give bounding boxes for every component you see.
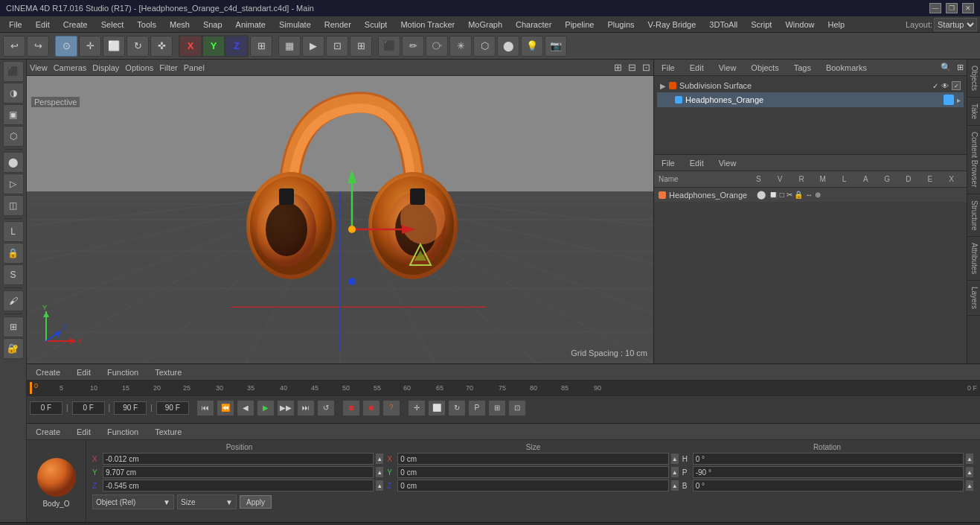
tl-tab-function[interactable]: Function: [101, 366, 144, 378]
menu-3dtoall[interactable]: 3DToAll: [703, 19, 743, 31]
end-frame-input[interactable]: [114, 401, 147, 415]
tl-record[interactable]: ⏺: [362, 400, 380, 416]
size-x-spin[interactable]: ▲: [670, 453, 679, 465]
tl-autokey[interactable]: ?: [382, 400, 400, 416]
render-to-po-button[interactable]: ⊡: [326, 36, 348, 57]
tl-expand[interactable]: ⊡: [508, 400, 526, 416]
sidebar-mode-0[interactable]: ⬛: [3, 61, 24, 82]
obj-search[interactable]: 🔍: [941, 63, 951, 72]
size-z-spin[interactable]: ▲: [670, 480, 679, 491]
sidebar-poly-mode[interactable]: ◫: [3, 195, 24, 216]
menu-file[interactable]: File: [3, 19, 28, 31]
rot-p-spin[interactable]: ▲: [965, 466, 974, 478]
tl-next-frame[interactable]: ▶▶: [277, 400, 295, 416]
size-mode-dropdown[interactable]: Size ▼: [177, 494, 237, 509]
current-frame-input[interactable]: [30, 401, 63, 415]
render-settings-button[interactable]: ⊞: [350, 36, 372, 57]
tl-prev-frame[interactable]: ◀: [237, 400, 254, 416]
rot-b-input[interactable]: [693, 480, 964, 491]
sidebar-s-btn[interactable]: S: [3, 264, 24, 285]
spline-tool[interactable]: ✏: [402, 36, 424, 57]
vp-expand[interactable]: ⊞: [614, 62, 622, 73]
rtab-content[interactable]: Content Browser: [967, 126, 980, 194]
obj-tab-bookmarks[interactable]: Bookmarks: [822, 62, 871, 74]
y-axis-button[interactable]: Y: [202, 36, 225, 57]
array-tool[interactable]: ✳: [449, 36, 472, 57]
x-axis-button[interactable]: X: [179, 36, 202, 57]
move-tool[interactable]: ✛: [79, 36, 101, 57]
obj-expand-all[interactable]: ⊞: [957, 63, 964, 72]
transform-tool[interactable]: ✜: [150, 36, 173, 57]
prop-tab-function[interactable]: Function: [101, 426, 144, 438]
rot-p-input[interactable]: [693, 466, 964, 478]
layout-select[interactable]: Startup: [934, 18, 977, 31]
tl-play[interactable]: ▶: [257, 400, 275, 416]
subdiv-enable[interactable]: ✓: [952, 81, 961, 90]
menu-create[interactable]: Create: [57, 19, 94, 31]
apply-button[interactable]: Apply: [240, 495, 272, 509]
obj-tab-tags[interactable]: Tags: [790, 62, 816, 74]
environment-tool[interactable]: ⬤: [497, 36, 519, 57]
attr-row-hp[interactable]: Headphones_Orange ⬤ 🔲 □ ✂ 🔒 ↔ ⊕: [654, 188, 967, 202]
menu-edit[interactable]: Edit: [30, 19, 56, 31]
menu-character[interactable]: Character: [510, 19, 557, 31]
rotate-tool[interactable]: ↻: [126, 36, 149, 57]
menu-window[interactable]: Window: [779, 19, 820, 31]
world-axis-button[interactable]: ⊞: [250, 36, 272, 57]
size-y-spin[interactable]: ▲: [670, 466, 679, 478]
pos-z-spin[interactable]: ▲: [375, 480, 384, 491]
light-btn[interactable]: 💡: [521, 36, 543, 57]
tl-goto-start[interactable]: ⏮: [196, 400, 214, 416]
vp-tab-view[interactable]: View: [30, 63, 48, 72]
menu-vray[interactable]: V-Ray Bridge: [642, 19, 702, 31]
sidebar-mode-3[interactable]: ⬡: [3, 126, 24, 147]
menu-mesh[interactable]: Mesh: [164, 19, 196, 31]
sidebar-lock[interactable]: 🔒: [3, 243, 24, 264]
render-view-button[interactable]: ▶: [302, 36, 324, 57]
close-button[interactable]: ✕: [962, 3, 974, 13]
size-x-input[interactable]: [397, 453, 668, 465]
rot-h-input[interactable]: [693, 453, 964, 465]
menu-select[interactable]: Select: [95, 19, 130, 31]
pos-y-spin[interactable]: ▲: [375, 466, 384, 478]
rot-h-spin[interactable]: ▲: [965, 453, 974, 465]
rtab-attributes[interactable]: Attributes: [967, 237, 980, 281]
tl-pos[interactable]: P: [468, 400, 486, 416]
tl-tab-create[interactable]: Create: [30, 366, 66, 378]
size-y-input[interactable]: [397, 466, 668, 478]
prop-tab-edit[interactable]: Edit: [71, 426, 97, 438]
nurbs-tool[interactable]: ⧂: [426, 36, 448, 57]
obj-tab-objects[interactable]: Objects: [746, 62, 783, 74]
obj-tab-edit[interactable]: Edit: [685, 62, 708, 74]
prop-tab-texture[interactable]: Texture: [149, 426, 188, 438]
tl-tab-texture[interactable]: Texture: [149, 366, 188, 378]
pos-y-input[interactable]: [103, 466, 374, 478]
camera-btn[interactable]: 📷: [545, 36, 567, 57]
menu-tools[interactable]: Tools: [131, 19, 162, 31]
rtab-layers[interactable]: Layers: [967, 281, 980, 316]
tl-tab-edit[interactable]: Edit: [71, 366, 97, 378]
scale-tool[interactable]: ⬜: [103, 36, 125, 57]
obj-tab-view[interactable]: View: [714, 62, 741, 74]
obj-item-headphones[interactable]: Headphones_Orange ▸: [657, 92, 964, 107]
menu-snap[interactable]: Snap: [197, 19, 228, 31]
tl-loop[interactable]: ↺: [317, 400, 335, 416]
redo-button[interactable]: ↪: [27, 36, 49, 57]
select-tool[interactable]: ⊙: [55, 36, 77, 57]
menu-animate[interactable]: Animate: [230, 19, 272, 31]
tl-goto-end[interactable]: ⏭: [297, 400, 315, 416]
prop-tab-create[interactable]: Create: [30, 426, 66, 438]
vp-tab-display[interactable]: Display: [92, 63, 119, 72]
vp-collapse[interactable]: ⊟: [628, 62, 636, 73]
minimize-button[interactable]: —: [929, 3, 941, 13]
obj-item-subdiv[interactable]: ▶ Subdivision Surface ✓ 👁 ✓: [657, 79, 964, 92]
vp-tab-cameras[interactable]: Cameras: [54, 63, 87, 72]
vp-maximize[interactable]: ⊡: [642, 62, 650, 73]
undo-button[interactable]: ↩: [3, 36, 25, 57]
tl-record-stop[interactable]: ⏹: [342, 400, 360, 416]
tl-scale2[interactable]: ⬜: [428, 400, 446, 416]
preview-end-input[interactable]: [156, 401, 189, 415]
sidebar-lock2[interactable]: 🔐: [3, 338, 24, 359]
viewport-canvas[interactable]: Perspective Grid Spacing : 10 cm X: [27, 76, 653, 363]
tl-grid2[interactable]: ⊞: [488, 400, 506, 416]
